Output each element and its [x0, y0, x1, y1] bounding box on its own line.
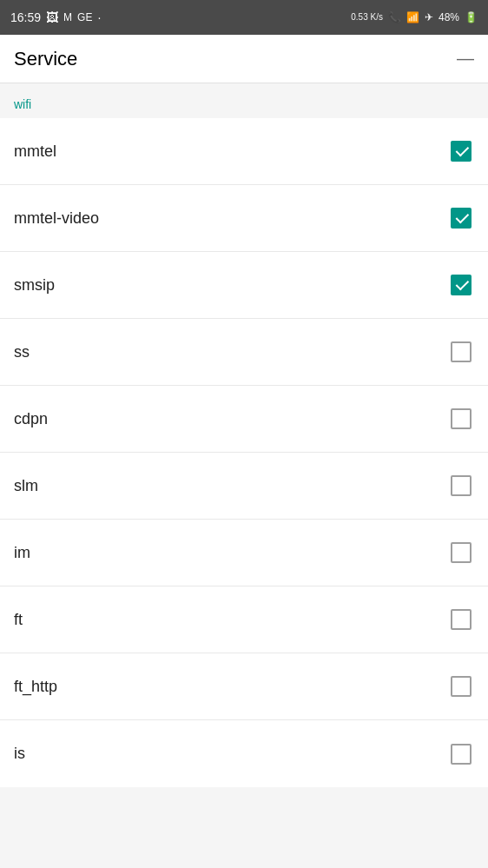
checkbox-checked-icon [451, 275, 472, 295]
email-icon: M [63, 11, 72, 23]
checkbox-smsip[interactable] [448, 272, 474, 298]
checkbox-ft_http[interactable] [448, 673, 474, 699]
list-item[interactable]: ft_http [0, 653, 488, 720]
checkbox-unchecked-icon [451, 609, 472, 630]
app-header: Service — [0, 35, 488, 83]
list-item[interactable]: ss [0, 319, 488, 386]
photo-icon: 🖼 [46, 10, 58, 24]
checkbox-ss[interactable] [448, 339, 474, 365]
checkbox-unchecked-icon [451, 475, 472, 496]
dot-icon: · [97, 10, 101, 24]
list-item[interactable]: mmtel-video [0, 185, 488, 252]
item-label-im: im [14, 544, 30, 562]
checkbox-mmtel-video[interactable] [448, 205, 474, 231]
content-area: wifi mmtelmmtel-videosmsipsscdpnslmimftf… [0, 83, 488, 868]
item-label-is: is [14, 745, 25, 763]
checkbox-unchecked-icon [451, 676, 472, 697]
airplane-icon: ✈ [425, 11, 433, 23]
network-speed: 0.53 K/s [351, 12, 383, 23]
checkbox-im[interactable] [448, 540, 474, 566]
battery-icon: 🔋 [465, 11, 478, 23]
section-wifi-label: wifi [0, 83, 488, 118]
checkbox-unchecked-icon [451, 542, 472, 563]
battery-level: 48% [439, 11, 459, 23]
checkbox-checked-icon [451, 208, 472, 229]
item-label-ft_http: ft_http [14, 678, 57, 696]
list-item[interactable]: cdpn [0, 386, 488, 453]
item-label-smsip: smsip [14, 276, 55, 295]
list-item[interactable]: slm [0, 453, 488, 520]
page-title: Service [14, 48, 77, 70]
checkbox-mmtel[interactable] [448, 138, 474, 164]
checkbox-unchecked-icon [451, 744, 472, 765]
item-label-slm: slm [14, 477, 38, 495]
wifi-icon: 📶 [406, 11, 419, 23]
checkbox-ft[interactable] [448, 606, 474, 633]
item-label-ft: ft [14, 611, 23, 629]
checkbox-unchecked-icon [451, 408, 472, 429]
list-item[interactable]: mmtel [0, 118, 488, 185]
call-icon: 📞 [388, 11, 401, 23]
sim-icon: GE [77, 11, 92, 23]
checkbox-unchecked-icon [451, 341, 472, 362]
list-item[interactable]: smsip [0, 252, 488, 319]
list-item[interactable]: ft [0, 586, 488, 653]
item-label-cdpn: cdpn [14, 410, 48, 428]
status-bar: 16:59 🖼 M GE · 0.53 K/s 📞 📶 ✈ 48% 🔋 [0, 0, 488, 35]
list-item[interactable]: is [0, 720, 488, 787]
status-time: 16:59 [10, 10, 41, 24]
item-label-ss: ss [14, 343, 30, 361]
overflow-menu-icon[interactable]: — [457, 49, 474, 69]
item-label-mmtel: mmtel [14, 142, 56, 161]
checkbox-is[interactable] [448, 741, 474, 767]
item-label-mmtel-video: mmtel-video [14, 209, 99, 228]
checkbox-cdpn[interactable] [448, 406, 474, 432]
checkbox-slm[interactable] [448, 473, 474, 499]
list-item[interactable]: im [0, 520, 488, 586]
status-left: 16:59 🖼 M GE · [10, 10, 101, 24]
status-right: 0.53 K/s 📞 📶 ✈ 48% 🔋 [351, 11, 478, 23]
checkbox-checked-icon [451, 141, 472, 162]
